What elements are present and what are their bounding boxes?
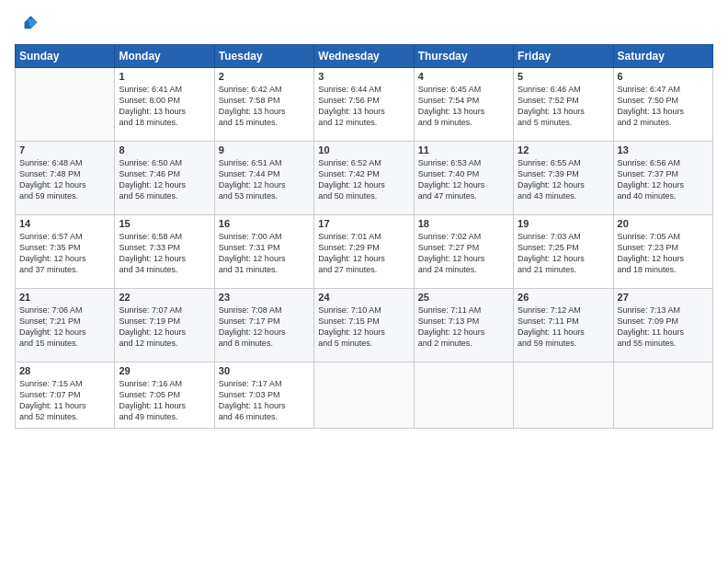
cell-content: Sunrise: 7:00 AM Sunset: 7:31 PM Dayligh… xyxy=(219,231,310,276)
day-number: 27 xyxy=(618,292,709,303)
cell-content: Sunrise: 6:56 AM Sunset: 7:37 PM Dayligh… xyxy=(618,157,709,202)
day-number: 21 xyxy=(19,292,110,303)
day-number: 3 xyxy=(318,71,409,82)
cell-content: Sunrise: 7:10 AM Sunset: 7:15 PM Dayligh… xyxy=(318,304,409,350)
cell-5-2: 29Sunrise: 7:16 AM Sunset: 7:05 PM Dayli… xyxy=(115,362,214,429)
cell-content: Sunrise: 7:06 AM Sunset: 7:21 PM Dayligh… xyxy=(19,304,110,350)
day-number: 26 xyxy=(518,292,609,303)
day-number: 6 xyxy=(618,71,709,82)
cell-content: Sunrise: 7:02 AM Sunset: 7:27 PM Dayligh… xyxy=(418,231,509,276)
week-row-2: 7Sunrise: 6:48 AM Sunset: 7:48 PM Daylig… xyxy=(16,142,713,215)
cell-3-4: 17Sunrise: 7:01 AM Sunset: 7:29 PM Dayli… xyxy=(314,215,414,289)
cell-5-5 xyxy=(414,362,513,429)
cell-2-5: 11Sunrise: 6:53 AM Sunset: 7:40 PM Dayli… xyxy=(414,142,513,215)
day-number: 28 xyxy=(19,365,110,376)
day-number: 9 xyxy=(219,144,310,155)
day-number: 11 xyxy=(418,144,509,155)
cell-4-2: 22Sunrise: 7:07 AM Sunset: 7:19 PM Dayli… xyxy=(115,289,214,362)
day-number: 23 xyxy=(219,292,310,303)
day-number: 20 xyxy=(618,218,709,229)
cell-content: Sunrise: 7:05 AM Sunset: 7:23 PM Dayligh… xyxy=(618,231,709,276)
col-header-monday: Monday xyxy=(115,45,214,68)
header xyxy=(15,11,713,37)
day-number: 25 xyxy=(418,292,509,303)
day-number: 5 xyxy=(518,71,609,82)
cell-4-4: 24Sunrise: 7:10 AM Sunset: 7:15 PM Dayli… xyxy=(314,289,414,362)
logo xyxy=(15,11,44,37)
cell-3-3: 16Sunrise: 7:00 AM Sunset: 7:31 PM Dayli… xyxy=(214,215,313,289)
cell-content: Sunrise: 7:16 AM Sunset: 7:05 PM Dayligh… xyxy=(119,378,210,423)
cell-content: Sunrise: 6:42 AM Sunset: 7:58 PM Dayligh… xyxy=(219,84,310,129)
day-number: 16 xyxy=(219,218,310,229)
day-number: 4 xyxy=(418,71,509,82)
day-number: 12 xyxy=(518,144,609,155)
day-number: 13 xyxy=(618,144,709,155)
cell-5-7 xyxy=(613,362,712,429)
day-number: 18 xyxy=(418,218,509,229)
cell-content: Sunrise: 7:03 AM Sunset: 7:25 PM Dayligh… xyxy=(518,231,609,276)
cell-4-5: 25Sunrise: 7:11 AM Sunset: 7:13 PM Dayli… xyxy=(414,289,513,362)
cell-1-6: 5Sunrise: 6:46 AM Sunset: 7:52 PM Daylig… xyxy=(514,68,613,142)
cell-4-6: 26Sunrise: 7:12 AM Sunset: 7:11 PM Dayli… xyxy=(514,289,613,362)
cell-content: Sunrise: 6:45 AM Sunset: 7:54 PM Dayligh… xyxy=(418,84,509,129)
cell-1-2: 1Sunrise: 6:41 AM Sunset: 8:00 PM Daylig… xyxy=(115,68,214,142)
cell-2-2: 8Sunrise: 6:50 AM Sunset: 7:46 PM Daylig… xyxy=(115,142,214,215)
cell-content: Sunrise: 7:08 AM Sunset: 7:17 PM Dayligh… xyxy=(219,304,310,350)
day-number: 30 xyxy=(219,365,310,376)
cell-4-1: 21Sunrise: 7:06 AM Sunset: 7:21 PM Dayli… xyxy=(16,289,115,362)
cell-content: Sunrise: 7:13 AM Sunset: 7:09 PM Dayligh… xyxy=(618,304,709,350)
cell-content: Sunrise: 7:11 AM Sunset: 7:13 PM Dayligh… xyxy=(418,304,509,350)
cell-content: Sunrise: 6:46 AM Sunset: 7:52 PM Dayligh… xyxy=(518,84,609,129)
day-number: 1 xyxy=(119,71,210,82)
cell-content: Sunrise: 6:51 AM Sunset: 7:44 PM Dayligh… xyxy=(219,157,310,202)
logo-icon xyxy=(15,11,40,37)
cell-content: Sunrise: 6:48 AM Sunset: 7:48 PM Dayligh… xyxy=(19,157,110,202)
cell-content: Sunrise: 7:07 AM Sunset: 7:19 PM Dayligh… xyxy=(119,304,210,350)
cell-content: Sunrise: 6:41 AM Sunset: 8:00 PM Dayligh… xyxy=(119,84,210,129)
cell-1-3: 2Sunrise: 6:42 AM Sunset: 7:58 PM Daylig… xyxy=(214,68,313,142)
col-header-tuesday: Tuesday xyxy=(214,45,313,68)
calendar-table: SundayMondayTuesdayWednesdayThursdayFrid… xyxy=(15,44,713,429)
day-number: 7 xyxy=(19,144,110,155)
cell-2-7: 13Sunrise: 6:56 AM Sunset: 7:37 PM Dayli… xyxy=(613,142,712,215)
cell-5-3: 30Sunrise: 7:17 AM Sunset: 7:03 PM Dayli… xyxy=(214,362,313,429)
cell-content: Sunrise: 6:44 AM Sunset: 7:56 PM Dayligh… xyxy=(318,84,409,129)
week-row-4: 21Sunrise: 7:06 AM Sunset: 7:21 PM Dayli… xyxy=(16,289,713,362)
cell-5-6 xyxy=(514,362,613,429)
col-header-thursday: Thursday xyxy=(414,45,513,68)
day-number: 2 xyxy=(219,71,310,82)
cell-3-6: 19Sunrise: 7:03 AM Sunset: 7:25 PM Dayli… xyxy=(514,215,613,289)
cell-content: Sunrise: 7:15 AM Sunset: 7:07 PM Dayligh… xyxy=(19,378,110,423)
cell-content: Sunrise: 6:55 AM Sunset: 7:39 PM Dayligh… xyxy=(518,157,609,202)
day-number: 22 xyxy=(119,292,210,303)
day-number: 17 xyxy=(318,218,409,229)
page: SundayMondayTuesdayWednesdayThursdayFrid… xyxy=(0,0,728,563)
cell-2-4: 10Sunrise: 6:52 AM Sunset: 7:42 PM Dayli… xyxy=(314,142,414,215)
col-header-sunday: Sunday xyxy=(16,45,115,68)
cell-1-5: 4Sunrise: 6:45 AM Sunset: 7:54 PM Daylig… xyxy=(414,68,513,142)
day-number: 10 xyxy=(318,144,409,155)
cell-3-5: 18Sunrise: 7:02 AM Sunset: 7:27 PM Dayli… xyxy=(414,215,513,289)
cell-1-1 xyxy=(16,68,115,142)
cell-1-4: 3Sunrise: 6:44 AM Sunset: 7:56 PM Daylig… xyxy=(314,68,414,142)
cell-content: Sunrise: 7:01 AM Sunset: 7:29 PM Dayligh… xyxy=(318,231,409,276)
cell-content: Sunrise: 6:50 AM Sunset: 7:46 PM Dayligh… xyxy=(119,157,210,202)
day-number: 19 xyxy=(518,218,609,229)
cell-content: Sunrise: 6:58 AM Sunset: 7:33 PM Dayligh… xyxy=(119,231,210,276)
cell-3-7: 20Sunrise: 7:05 AM Sunset: 7:23 PM Dayli… xyxy=(613,215,712,289)
cell-2-1: 7Sunrise: 6:48 AM Sunset: 7:48 PM Daylig… xyxy=(16,142,115,215)
cell-content: Sunrise: 7:12 AM Sunset: 7:11 PM Dayligh… xyxy=(518,304,609,350)
day-number: 24 xyxy=(318,292,409,303)
cell-content: Sunrise: 6:47 AM Sunset: 7:50 PM Dayligh… xyxy=(618,84,709,129)
cell-2-6: 12Sunrise: 6:55 AM Sunset: 7:39 PM Dayli… xyxy=(514,142,613,215)
week-row-1: 1Sunrise: 6:41 AM Sunset: 8:00 PM Daylig… xyxy=(16,68,713,142)
week-row-5: 28Sunrise: 7:15 AM Sunset: 7:07 PM Dayli… xyxy=(16,362,713,429)
cell-4-7: 27Sunrise: 7:13 AM Sunset: 7:09 PM Dayli… xyxy=(613,289,712,362)
week-row-3: 14Sunrise: 6:57 AM Sunset: 7:35 PM Dayli… xyxy=(16,215,713,289)
day-number: 15 xyxy=(119,218,210,229)
cell-5-4 xyxy=(314,362,414,429)
header-row: SundayMondayTuesdayWednesdayThursdayFrid… xyxy=(16,45,713,68)
day-number: 29 xyxy=(119,365,210,376)
cell-content: Sunrise: 6:52 AM Sunset: 7:42 PM Dayligh… xyxy=(318,157,409,202)
col-header-saturday: Saturday xyxy=(613,45,712,68)
